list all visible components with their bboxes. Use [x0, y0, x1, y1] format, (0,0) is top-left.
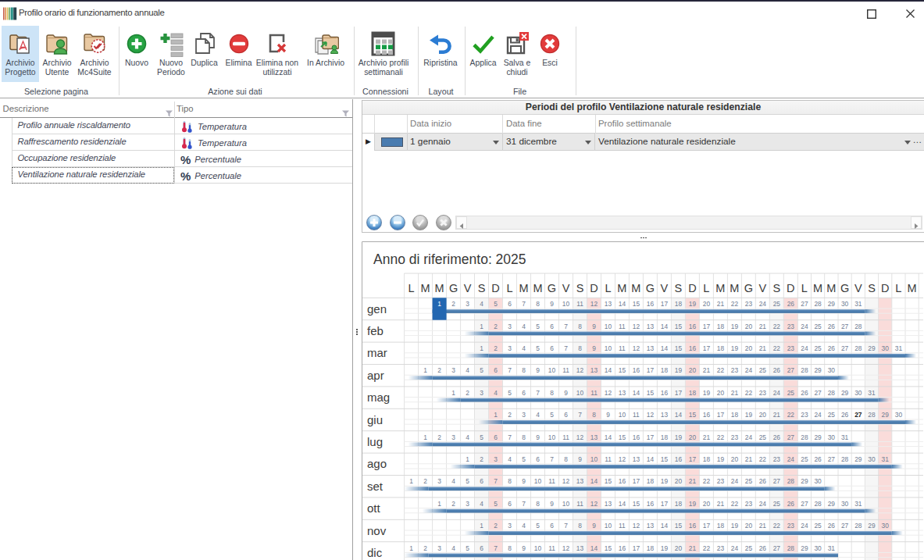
svg-text:9: 9 [550, 500, 554, 508]
svg-text:27: 27 [787, 366, 795, 374]
svg-text:10: 10 [590, 455, 598, 463]
svg-text:12: 12 [619, 455, 626, 463]
svg-text:17: 17 [647, 366, 655, 374]
svg-text:6: 6 [494, 433, 498, 441]
svg-text:3: 3 [522, 411, 526, 419]
svg-text:M: M [908, 282, 917, 294]
svg-text:6: 6 [550, 323, 554, 330]
svg-text:29: 29 [854, 455, 862, 463]
svg-text:20: 20 [703, 500, 711, 508]
svg-text:2: 2 [494, 522, 498, 530]
svg-text:20: 20 [717, 389, 725, 397]
svg-text:22: 22 [731, 500, 739, 508]
svg-text:12: 12 [576, 366, 584, 374]
svg-text:24: 24 [745, 366, 753, 374]
svg-text:6: 6 [494, 366, 498, 374]
svg-text:23: 23 [717, 477, 725, 485]
svg-text:25: 25 [801, 455, 808, 463]
svg-text:1: 1 [437, 300, 441, 308]
svg-text:4: 4 [536, 411, 540, 419]
svg-text:27: 27 [801, 300, 808, 308]
svg-text:2: 2 [451, 300, 455, 308]
svg-text:23: 23 [787, 323, 795, 330]
svg-text:2: 2 [466, 389, 469, 397]
svg-text:7: 7 [564, 344, 568, 352]
svg-text:19: 19 [731, 522, 739, 530]
svg-text:21: 21 [689, 477, 697, 485]
svg-text:27: 27 [841, 323, 849, 330]
svg-text:7: 7 [564, 522, 568, 530]
svg-text:17: 17 [647, 433, 655, 441]
svg-text:24: 24 [731, 544, 739, 552]
svg-text:21: 21 [717, 500, 725, 508]
svg-text:7: 7 [578, 411, 582, 419]
svg-text:19: 19 [689, 500, 697, 508]
svg-text:11: 11 [576, 500, 583, 508]
svg-text:2: 2 [437, 433, 441, 441]
svg-text:28: 28 [854, 323, 862, 330]
svg-text:18: 18 [675, 300, 683, 308]
svg-text:21: 21 [759, 323, 767, 330]
svg-text:16: 16 [689, 323, 697, 330]
svg-text:8: 8 [522, 366, 526, 374]
svg-text:1: 1 [437, 500, 441, 508]
svg-text:5: 5 [466, 477, 469, 485]
svg-text:25: 25 [814, 344, 822, 352]
svg-text:16: 16 [647, 300, 655, 308]
svg-text:5: 5 [480, 366, 483, 374]
svg-text:22: 22 [703, 544, 711, 552]
svg-text:15: 15 [675, 344, 683, 352]
svg-text:10: 10 [619, 411, 626, 419]
svg-text:1: 1 [423, 433, 427, 441]
svg-text:5: 5 [550, 411, 554, 419]
svg-text:19: 19 [731, 323, 739, 330]
svg-text:23: 23 [745, 500, 753, 508]
svg-text:7: 7 [494, 477, 498, 485]
svg-text:21: 21 [717, 300, 725, 308]
svg-text:29: 29 [828, 500, 836, 508]
svg-text:24: 24 [745, 433, 753, 441]
svg-text:3: 3 [451, 366, 455, 374]
svg-text:14: 14 [605, 433, 612, 441]
svg-text:30: 30 [854, 389, 862, 397]
svg-text:25: 25 [814, 323, 822, 330]
svg-text:V: V [758, 282, 766, 294]
svg-text:23: 23 [801, 411, 808, 419]
svg-text:1: 1 [480, 323, 483, 330]
svg-text:11: 11 [548, 544, 555, 552]
svg-text:19: 19 [731, 344, 739, 352]
svg-text:nov: nov [367, 524, 387, 537]
svg-text:22: 22 [703, 477, 711, 485]
svg-text:15: 15 [675, 323, 683, 330]
svg-text:28: 28 [787, 544, 795, 552]
svg-text:17: 17 [703, 522, 711, 530]
svg-text:20: 20 [745, 323, 753, 330]
svg-text:4: 4 [466, 366, 469, 374]
svg-text:4: 4 [494, 389, 498, 397]
svg-text:13: 13 [647, 522, 655, 530]
svg-text:31: 31 [854, 500, 862, 508]
svg-text:29: 29 [801, 477, 808, 485]
svg-text:13: 13 [647, 323, 655, 330]
svg-text:12: 12 [633, 323, 640, 330]
svg-text:27: 27 [854, 411, 862, 419]
svg-text:17: 17 [661, 300, 669, 308]
svg-text:8: 8 [578, 323, 582, 330]
svg-text:20: 20 [745, 344, 753, 352]
svg-text:18: 18 [675, 500, 683, 508]
svg-text:22: 22 [717, 433, 725, 441]
svg-text:4: 4 [508, 455, 512, 463]
svg-text:8: 8 [578, 522, 582, 530]
svg-text:16: 16 [675, 455, 683, 463]
svg-text:5: 5 [466, 544, 469, 552]
svg-text:17: 17 [717, 411, 725, 419]
svg-text:S: S [478, 282, 486, 294]
svg-text:11: 11 [576, 300, 583, 308]
svg-text:21: 21 [773, 411, 781, 419]
svg-text:1: 1 [409, 477, 413, 485]
svg-text:27: 27 [787, 433, 795, 441]
svg-text:8: 8 [522, 433, 526, 441]
svg-text:19: 19 [661, 477, 669, 485]
svg-text:V: V [661, 282, 669, 294]
svg-text:3: 3 [494, 455, 498, 463]
